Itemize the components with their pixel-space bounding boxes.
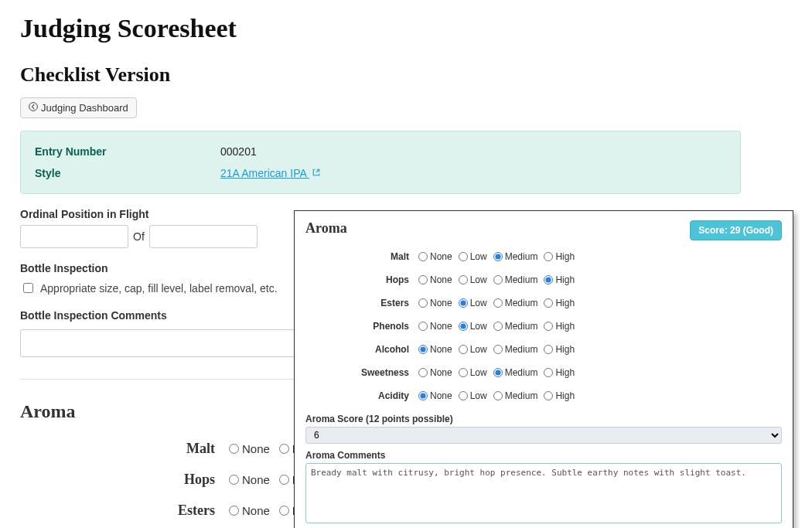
panel-aroma-row-label: Hops — [305, 274, 418, 285]
panel-radio-option[interactable]: None — [418, 344, 452, 355]
panel-radio-medium[interactable] — [493, 391, 503, 400]
panel-radio-low[interactable] — [459, 391, 468, 400]
panel-aroma-row: HopsNoneLowMediumHigh — [305, 268, 782, 291]
entry-info-card: Entry Number 000201 Style 21A American I… — [20, 131, 741, 194]
aroma-comments-textarea[interactable] — [305, 463, 782, 523]
panel-radio-high[interactable] — [544, 298, 553, 308]
aroma-radio-low[interactable] — [279, 506, 289, 516]
aroma-radio-label-text: None — [242, 473, 270, 486]
ordinal-total-input[interactable] — [149, 225, 258, 248]
panel-radio-option[interactable]: Medium — [493, 390, 538, 401]
panel-radio-option[interactable]: None — [418, 367, 452, 378]
panel-radio-option[interactable]: None — [418, 390, 452, 401]
judging-dashboard-button[interactable]: Judging Dashboard — [20, 97, 137, 118]
style-link[interactable]: 21A American IPA — [220, 167, 321, 179]
panel-aroma-row-label: Malt — [305, 251, 418, 262]
bottle-inspection-checkbox[interactable] — [23, 283, 33, 293]
panel-radio-option[interactable]: Low — [459, 251, 487, 262]
panel-radio-low[interactable] — [459, 275, 468, 284]
panel-radio-option[interactable]: Medium — [493, 344, 538, 355]
panel-radio-none[interactable] — [418, 368, 428, 377]
panel-radio-option[interactable]: High — [544, 321, 575, 332]
panel-radio-option[interactable]: High — [544, 390, 575, 401]
panel-radio-label-text: High — [555, 251, 575, 262]
panel-radio-option[interactable]: Low — [459, 298, 487, 308]
aroma-radio-none[interactable] — [229, 506, 239, 516]
aroma-score-select[interactable]: 6 — [305, 427, 782, 444]
panel-radio-medium[interactable] — [493, 275, 503, 284]
aroma-radio-low[interactable] — [279, 475, 289, 485]
external-link-icon — [312, 167, 321, 179]
panel-radio-high[interactable] — [544, 391, 553, 400]
aroma-score-label: Aroma Score (12 points possible) — [305, 414, 782, 424]
panel-radio-label-text: High — [555, 390, 575, 401]
panel-radio-none[interactable] — [418, 252, 428, 261]
panel-radio-label-text: None — [430, 321, 452, 332]
panel-radio-option[interactable]: Low — [459, 321, 487, 332]
panel-radio-low[interactable] — [459, 322, 468, 331]
panel-radio-option[interactable]: None — [418, 321, 452, 332]
panel-radio-medium[interactable] — [493, 368, 503, 377]
panel-radio-label-text: None — [430, 390, 452, 401]
panel-radio-high[interactable] — [544, 275, 553, 284]
panel-radio-option[interactable]: High — [544, 367, 575, 378]
panel-radio-low[interactable] — [459, 298, 468, 308]
panel-radio-label-text: None — [430, 274, 452, 285]
panel-radio-option[interactable]: High — [544, 344, 575, 355]
panel-radio-none[interactable] — [418, 275, 428, 284]
panel-radio-none[interactable] — [418, 391, 428, 400]
aroma-comments-label: Aroma Comments — [305, 450, 782, 461]
panel-radio-high[interactable] — [544, 345, 553, 354]
panel-radio-low[interactable] — [459, 252, 468, 261]
panel-radio-label-text: Low — [470, 251, 487, 262]
page-title: Judging Scoresheet — [20, 14, 792, 43]
panel-radio-option[interactable]: Medium — [493, 298, 538, 308]
panel-radio-high[interactable] — [544, 368, 553, 377]
aroma-detail-panel: Aroma Score: 29 (Good) MaltNoneLowMedium… — [294, 210, 793, 526]
entry-number-label: Entry Number — [35, 145, 220, 158]
panel-radio-option[interactable]: Low — [459, 344, 487, 355]
aroma-radio-option[interactable]: None — [229, 442, 270, 455]
panel-radio-label-text: High — [555, 367, 575, 378]
panel-radio-option[interactable]: Medium — [493, 274, 538, 285]
ordinal-position-input[interactable] — [20, 225, 128, 248]
panel-radio-label-text: Low — [470, 367, 487, 378]
panel-radio-low[interactable] — [459, 345, 468, 354]
panel-radio-option[interactable]: Low — [459, 274, 487, 285]
panel-radio-medium[interactable] — [493, 322, 503, 331]
panel-radio-label-text: Medium — [505, 251, 538, 262]
panel-aroma-row: SweetnessNoneLowMediumHigh — [305, 361, 782, 384]
aroma-radio-none[interactable] — [229, 444, 239, 454]
panel-radio-label-text: None — [430, 344, 452, 355]
panel-radio-option[interactable]: Low — [459, 390, 487, 401]
score-badge: Score: 29 (Good) — [690, 220, 782, 240]
panel-radio-option[interactable]: Medium — [493, 251, 538, 262]
panel-radio-label-text: Low — [470, 321, 487, 332]
panel-radio-option[interactable]: High — [544, 251, 575, 262]
aroma-radio-none[interactable] — [229, 475, 239, 485]
panel-radio-option[interactable]: Medium — [493, 367, 538, 378]
panel-radio-low[interactable] — [459, 368, 468, 377]
aroma-radio-option[interactable]: None — [229, 504, 270, 517]
panel-radio-medium[interactable] — [493, 298, 503, 308]
panel-radio-medium[interactable] — [493, 252, 503, 261]
panel-radio-option[interactable]: Medium — [493, 321, 538, 332]
panel-radio-option[interactable]: High — [544, 298, 575, 308]
panel-radio-none[interactable] — [418, 322, 428, 331]
panel-radio-high[interactable] — [544, 322, 553, 331]
panel-radio-label-text: Medium — [505, 367, 538, 378]
panel-radio-option[interactable]: None — [418, 251, 452, 262]
panel-radio-option[interactable]: None — [418, 298, 452, 308]
panel-radio-option[interactable]: High — [544, 274, 575, 285]
panel-aroma-row: PhenolsNoneLowMediumHigh — [305, 315, 782, 338]
entry-number-value: 000201 — [220, 145, 257, 158]
panel-radio-none[interactable] — [418, 345, 428, 354]
aroma-radio-option[interactable]: None — [229, 473, 270, 486]
panel-radio-option[interactable]: Low — [459, 367, 487, 378]
panel-radio-medium[interactable] — [493, 345, 503, 354]
svg-point-0 — [29, 103, 38, 111]
aroma-radio-low[interactable] — [279, 444, 289, 454]
panel-radio-option[interactable]: None — [418, 274, 452, 285]
panel-radio-high[interactable] — [544, 252, 553, 261]
panel-radio-none[interactable] — [418, 298, 428, 308]
